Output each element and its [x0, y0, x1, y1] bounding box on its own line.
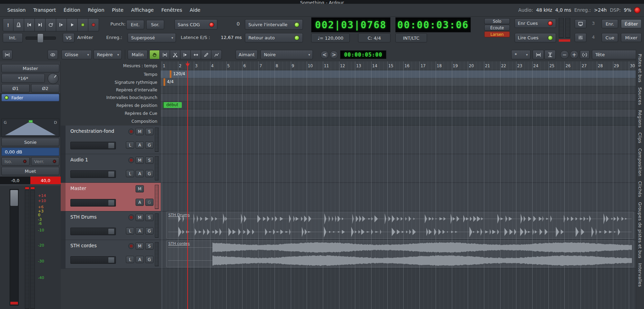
sync-source-button[interactable]: INT/LTC	[395, 33, 427, 42]
listen-button[interactable]: Écoute	[484, 25, 510, 31]
level-button[interactable]: L	[126, 256, 134, 263]
secondary-clock[interactable]: 00:00:03:06	[395, 17, 471, 32]
mixer-window-icon[interactable]	[575, 33, 586, 42]
automation-button[interactable]: A	[136, 170, 144, 177]
zoom-out-button[interactable]: −	[560, 50, 569, 59]
ruler-lane-intervalles-boucle-punch[interactable]	[161, 94, 636, 101]
strip-width-icon[interactable]	[2, 50, 12, 59]
track-lane-sth-cordes[interactable]: STH cordes	[161, 240, 636, 268]
region-sth-drums[interactable]: STH Drums	[166, 212, 634, 239]
eye-icon[interactable]	[48, 50, 58, 59]
track-gain-fader[interactable]	[70, 170, 116, 178]
track-header-audio-1[interactable]: Audio 1MSLAG	[61, 154, 161, 182]
track-header-orchestration-fond[interactable]: Orchestration-fondMSLAG	[61, 126, 161, 154]
solo-mode-button[interactable]: Solo	[484, 18, 510, 24]
snap-button[interactable]: Aimant	[236, 50, 258, 59]
record-status-icon[interactable]	[634, 7, 641, 13]
solo-button[interactable]: S	[145, 157, 153, 164]
tempo-marker-icon[interactable]	[170, 70, 171, 78]
int-sync-button[interactable]: Int.	[3, 33, 23, 42]
mixer-page-button[interactable]: Mixer	[621, 33, 642, 42]
loudness-button[interactable]: Sonie	[1, 138, 59, 146]
ruler-lane-reperes-de-cue[interactable]	[161, 109, 636, 117]
stop-button[interactable]	[78, 18, 88, 31]
metronome-button[interactable]	[13, 18, 24, 31]
cue-page-button[interactable]: Cue	[602, 33, 618, 42]
record-arm-button[interactable]	[128, 215, 134, 220]
goto-start-button[interactable]	[24, 18, 35, 31]
zoom-focus-dropdown[interactable]: Tête ▾	[592, 50, 642, 59]
zoom-preset-dropdown[interactable]: * ▾	[511, 50, 531, 59]
mute-button[interactable]: Muet	[1, 167, 59, 175]
solo-iso-button[interactable]: Iso.	[1, 157, 30, 166]
empty-track-area[interactable]	[61, 269, 636, 309]
tempo-marker-label[interactable]: 120/4	[173, 71, 185, 76]
fader-processor[interactable]: Fader	[1, 94, 59, 101]
track-lane-orchestration-fond[interactable]	[161, 126, 636, 154]
ruler-lane-composition[interactable]	[161, 117, 636, 126]
fader-handle[interactable]	[10, 190, 18, 206]
track-lane-master[interactable]	[161, 183, 636, 211]
record-page-button[interactable]: Enr.	[602, 19, 618, 28]
feedback-button[interactable]: Larsen	[484, 31, 510, 37]
track-gain-fader[interactable]	[70, 199, 116, 207]
play-selection-button[interactable]	[56, 18, 67, 31]
track-lane-sth-drums[interactable]: STH Drums	[161, 211, 636, 240]
nudge-clock[interactable]: 00:00:05:00	[340, 50, 386, 59]
audition-tool-button[interactable]	[180, 50, 191, 59]
gain-display[interactable]: 0,00 dB	[1, 148, 59, 156]
follow-range-button[interactable]: Suivre l'intervalle	[245, 19, 303, 30]
editor-window-icon[interactable]	[575, 19, 586, 28]
track-header-sth-cordes[interactable]: STH cordesMSLAG	[61, 240, 161, 268]
mute-button[interactable]: M	[136, 157, 144, 164]
stretch-tool-button[interactable]	[191, 50, 201, 59]
trim-knob[interactable]	[48, 73, 59, 84]
group-button[interactable]: G	[145, 256, 153, 263]
solo-button[interactable]: S	[145, 128, 153, 135]
tab-cliches[interactable]: Clichés	[637, 181, 643, 197]
group-button[interactable]: G	[145, 227, 153, 235]
menu-edition[interactable]: Édition	[60, 7, 84, 13]
region-sth-cordes[interactable]: STH cordes	[166, 240, 634, 267]
record-arm-button[interactable]	[128, 157, 134, 163]
group-button[interactable]: G	[145, 170, 153, 177]
tab-intervalles[interactable]: Intervalles	[637, 263, 643, 287]
phase-button-2[interactable]: Ø2	[31, 84, 59, 92]
edit-point-dropdown-1[interactable]: Glisse ▾	[61, 50, 92, 59]
zoom-full-icon[interactable]	[533, 50, 544, 59]
monitor-button[interactable]: Sans CDG	[175, 19, 217, 30]
grab-tool-button[interactable]	[149, 50, 160, 59]
punch-out-button[interactable]: Sor.	[146, 20, 164, 29]
gain-fader[interactable]	[10, 189, 19, 306]
level-button[interactable]: L	[126, 141, 134, 149]
track-lane-audio-1[interactable]	[161, 154, 636, 182]
punch-in-button[interactable]: Ent.	[126, 20, 144, 29]
editor-page-button[interactable]: Éditer	[621, 19, 642, 28]
playhead-marker[interactable]	[186, 63, 190, 67]
peak-max-display[interactable]: 40,0	[30, 177, 61, 184]
record-arm-button[interactable]	[128, 243, 134, 249]
zoom-in-button[interactable]: +	[570, 50, 578, 59]
zoom-session-icon[interactable]	[580, 50, 589, 59]
record-button[interactable]	[88, 18, 99, 31]
track-gain-fader[interactable]	[70, 142, 116, 149]
goto-end-button[interactable]	[35, 18, 46, 31]
record-arm-button[interactable]	[128, 129, 134, 134]
channels-button[interactable]: *16*	[1, 74, 45, 83]
clip-indicator-right[interactable]	[30, 187, 35, 189]
output-button[interactable]: Master	[1, 64, 59, 72]
menu-session[interactable]: Session	[3, 7, 29, 13]
automation-button[interactable]: A	[136, 199, 144, 206]
menu-transport[interactable]: Transport	[29, 7, 60, 13]
tab-composition[interactable]: Composition	[637, 148, 643, 176]
play-button[interactable]	[67, 18, 78, 31]
edit-point-dropdown-2[interactable]: Repère ▾	[93, 50, 122, 59]
tab-regions[interactable]: Régions	[637, 110, 643, 128]
mute-button[interactable]: M	[136, 214, 144, 221]
play-cues-button[interactable]: Lire Cues	[515, 33, 556, 42]
menu-affichage[interactable]: Affichage	[127, 7, 158, 13]
ruler-lane-reperes-d-intervalle[interactable]	[161, 86, 636, 94]
signature-marker-label[interactable]: 4/4	[167, 79, 174, 84]
auto-return-button[interactable]: Retour auto	[245, 33, 303, 42]
meter-display[interactable]: C: 4/4	[358, 33, 390, 42]
